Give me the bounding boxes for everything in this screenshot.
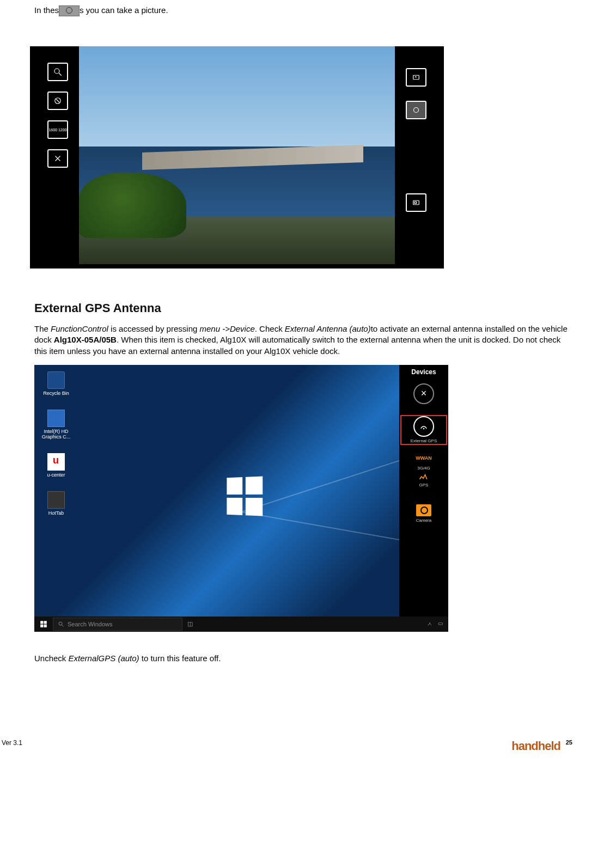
desktop-icon-recycle-bin[interactable]: Recycle Bin <box>41 371 71 396</box>
svg-rect-9 <box>414 202 417 204</box>
svg-rect-14 <box>44 624 47 627</box>
desktop-icon-ucenter[interactable]: u-center <box>41 453 71 478</box>
devices-panel: Devices × External GPS WWAN 3G/4G GPS Ca… <box>399 365 448 617</box>
camera-viewfinder <box>79 46 395 264</box>
menu-path: menu ->Device <box>199 324 254 333</box>
search-icon <box>58 621 64 627</box>
search-box[interactable]: Search Windows <box>53 618 182 631</box>
svg-rect-8 <box>413 200 419 205</box>
shutter-icon[interactable] <box>406 101 426 119</box>
svg-rect-12 <box>44 621 47 624</box>
function-control-term: FunctionControl <box>51 324 108 333</box>
svg-rect-13 <box>40 624 43 627</box>
intro-prefix: In thes <box>34 5 59 15</box>
tray-chevron-icon[interactable]: ㅅ <box>427 620 432 628</box>
zoom-icon[interactable] <box>47 63 68 81</box>
svg-point-15 <box>59 622 62 625</box>
tray-action-center-icon[interactable]: ▭ <box>438 620 443 628</box>
devices-close-button[interactable]: × <box>399 383 448 404</box>
cancel-icon[interactable] <box>47 149 68 168</box>
desktop-screenshot: Recycle Bin Intel(R) HD Graphics C... u-… <box>34 365 448 632</box>
resolution-icon[interactable]: 1600 1200 <box>47 120 68 139</box>
svg-point-10 <box>423 428 425 429</box>
search-placeholder: Search Windows <box>68 621 113 627</box>
svg-line-3 <box>56 99 59 102</box>
switch-camera-icon[interactable] <box>406 68 426 87</box>
section-heading: External GPS Antenna <box>34 301 572 315</box>
svg-line-16 <box>62 625 64 626</box>
svg-point-7 <box>414 108 419 113</box>
windows-logo <box>227 476 263 516</box>
footer-page-number: 25 <box>566 739 572 746</box>
svg-point-0 <box>54 69 59 74</box>
uncheck-text: Uncheck ExternalGPS (auto) to turn this … <box>34 654 572 663</box>
camera-icon <box>416 504 431 516</box>
signal-icon <box>417 471 431 482</box>
footer-version: Ver 3.1 <box>2 739 22 747</box>
desktop-icon-hottab[interactable]: HotTab <box>41 491 71 516</box>
gallery-icon[interactable] <box>406 193 426 212</box>
svg-line-1 <box>59 73 62 76</box>
flash-icon[interactable] <box>47 91 68 110</box>
devices-panel-title: Devices <box>399 368 448 376</box>
intro-suffix: s you can take a picture. <box>80 5 168 15</box>
intro-text: In thess you can take a picture. <box>34 5 572 16</box>
resolution-label: 1600 1200 <box>48 128 66 132</box>
system-tray[interactable]: ㅅ ▭ <box>427 620 448 628</box>
external-antenna-term: External Antenna (auto) <box>285 324 371 333</box>
device-camera[interactable]: Camera <box>399 504 448 523</box>
device-wwan[interactable]: 3G/4G GPS <box>399 466 448 488</box>
footer-logo: handheld <box>511 739 560 753</box>
camera-inline-icon <box>59 5 80 16</box>
camera-screenshot: 1600 1200 <box>30 46 444 269</box>
dock-model: Alg10X-05A/05B <box>54 335 117 344</box>
desktop-icon-intel-graphics[interactable]: Intel(R) HD Graphics C... <box>41 410 71 440</box>
close-icon: × <box>421 388 427 399</box>
svg-rect-11 <box>40 621 43 624</box>
external-gps-auto-term: ExternalGPS (auto) <box>69 654 139 663</box>
section-paragraph: The FunctionControl is accessed by press… <box>34 324 572 357</box>
taskbar: Search Windows ◫ ㅅ ▭ <box>34 617 448 632</box>
task-view-icon[interactable]: ◫ <box>182 620 198 627</box>
device-wwan-header: WWAN <box>399 456 448 461</box>
start-button[interactable] <box>34 617 53 632</box>
page-footer: Ver 3.1 handheld 25 <box>34 739 572 755</box>
device-external-gps[interactable]: External GPS <box>399 414 448 446</box>
